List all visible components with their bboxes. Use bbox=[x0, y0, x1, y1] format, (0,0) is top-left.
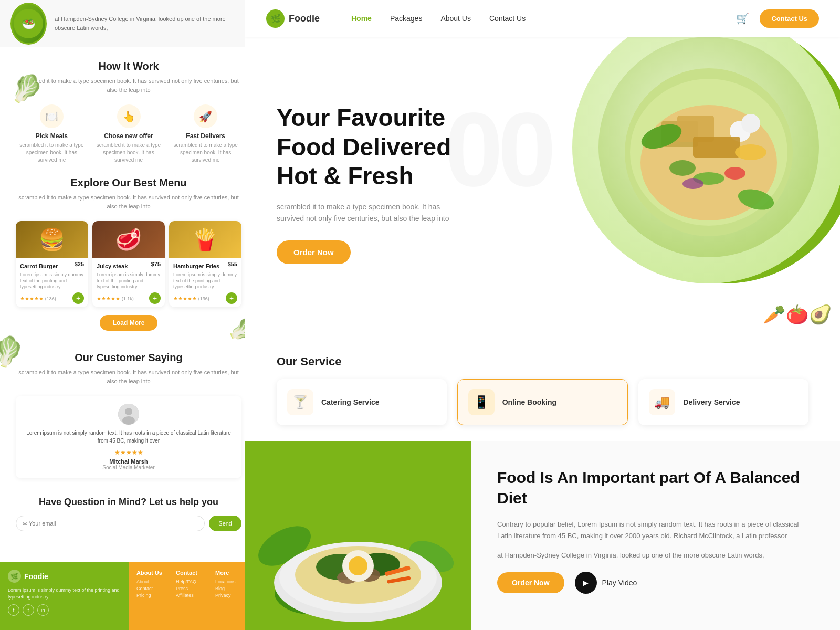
left-top-area: 🥗 at Hampden-Sydney College in Virginia,… bbox=[0, 0, 257, 47]
reviewer-role: Social Media Marketer bbox=[24, 465, 234, 470]
reviewer-avatar bbox=[118, 404, 139, 425]
menu-card-juicy-steak: 🥩 Juicy steak $75 Lorem ipsum is simply … bbox=[92, 221, 165, 307]
email-form: Send bbox=[16, 516, 242, 531]
pick-meals-icon: 🍽️ bbox=[40, 104, 64, 128]
footer-more-item-1[interactable]: Locations bbox=[215, 579, 249, 584]
footer-desc: Lorem ipsum is simply dummy text of the … bbox=[8, 587, 121, 600]
service-online-booking[interactable]: 📱 Online Booking bbox=[457, 379, 628, 425]
burger-add-button[interactable]: + bbox=[72, 292, 84, 304]
nav-link-packages[interactable]: Packages bbox=[390, 14, 422, 23]
instagram-icon[interactable]: in bbox=[37, 604, 49, 616]
services-cards: 🍸 Catering Service 📱 Online Booking 🚚 De… bbox=[277, 379, 808, 425]
footer-about-title: About Us bbox=[136, 570, 171, 576]
delivery-label: Delivery Service bbox=[683, 398, 740, 406]
facebook-icon[interactable]: f bbox=[8, 604, 19, 616]
burger-body: Carrot Burger $25 Lorem ipsum is simply … bbox=[16, 258, 88, 307]
choose-offer-icon: 👆 bbox=[117, 104, 141, 128]
service-catering[interactable]: 🍸 Catering Service bbox=[277, 379, 447, 425]
nav-link-about[interactable]: About Us bbox=[440, 14, 471, 23]
cart-icon[interactable]: 🛒 bbox=[736, 12, 749, 25]
svg-rect-12 bbox=[693, 136, 740, 158]
fries-footer: ★★★★★ (136) + bbox=[173, 292, 237, 304]
fast-delivers-desc: scrambled it to make a type specimen boo… bbox=[170, 142, 242, 164]
svg-point-11 bbox=[741, 114, 760, 133]
hero-order-button[interactable]: Order Now bbox=[277, 240, 351, 264]
svg-point-31 bbox=[349, 556, 368, 575]
nav-link-contact[interactable]: Contact Us bbox=[489, 14, 526, 23]
how-it-work-subtitle: scrambled it to make a type specimen boo… bbox=[16, 77, 242, 94]
hero-title: Your Favourite Food Delivered Hot & Fres… bbox=[277, 103, 497, 191]
svg-point-14 bbox=[724, 167, 746, 180]
bottom-right-text: Food Is An Important part Of A Balanced … bbox=[471, 441, 840, 630]
step-pick-meals: 🍽️ Pick Meals scrambled it to make a typ… bbox=[16, 104, 88, 164]
contact-section: Have Question in Mind? Let us help you S… bbox=[0, 486, 257, 542]
footer-col-about: About Us About Contact Pricing bbox=[136, 570, 171, 622]
fries-desc: Lorem ipsum is simply dummy text of the … bbox=[173, 272, 237, 290]
fries-add-button[interactable]: + bbox=[226, 292, 237, 304]
food-bowl-inner bbox=[598, 37, 819, 257]
footer-about-item-2[interactable]: Contact bbox=[136, 586, 171, 591]
floating-food-scatter: 🥕🍅🥑 bbox=[763, 304, 832, 326]
choose-offer-desc: scrambled it to make a type specimen boo… bbox=[93, 142, 165, 164]
fries-image: 🍟 bbox=[169, 221, 242, 258]
svg-text:🥗: 🥗 bbox=[22, 17, 36, 31]
hero-text: Your Favourite Food Delivered Hot & Fres… bbox=[277, 103, 497, 264]
top-text: at Hampden-Sydney College in Virginia, l… bbox=[55, 15, 247, 32]
testimonial-title: Our Customer Saying bbox=[16, 352, 242, 364]
bottom-text-2: at Hampden-Sydney College in Virginia, l… bbox=[497, 550, 814, 561]
footer-more-item-2[interactable]: Blog bbox=[215, 586, 249, 591]
navbar: 🌿 Foodie Home Packages About Us Contact … bbox=[245, 0, 840, 37]
send-button[interactable]: Send bbox=[209, 516, 242, 531]
hero-subtitle: scrambled it to make a type specimen boo… bbox=[277, 201, 460, 225]
menu-card-carrot-burger: 🍔 Carrot Burger $25 Lorem ipsum is simpl… bbox=[16, 221, 88, 307]
burger-stars: ★★★★★ (136) bbox=[20, 296, 56, 301]
nav-actions: 🛒 Contact Us bbox=[736, 9, 819, 28]
nav-logo: 🌿 Foodie bbox=[266, 9, 320, 28]
steak-add-button[interactable]: + bbox=[149, 292, 161, 304]
how-it-work-title: How It Work bbox=[16, 60, 242, 72]
hero-food-bowl bbox=[572, 37, 840, 284]
footer-contact-item-2[interactable]: Press bbox=[176, 586, 210, 591]
testimonial-section: Our Customer Saying scrambled it to make… bbox=[0, 352, 257, 486]
bottom-food-bowl bbox=[253, 452, 463, 630]
testimonial-review: Lorem ipsum is not simply random text. I… bbox=[24, 429, 234, 445]
bottom-text-1: Contrary to popular belief, Lorem Ipsum … bbox=[497, 519, 814, 542]
step-fast-delivers: 🚀 Fast Delivers scrambled it to make a t… bbox=[170, 104, 242, 164]
fries-stars: ★★★★★ (136) bbox=[173, 296, 209, 301]
services-section: Our Service 🍸 Catering Service 📱 Online … bbox=[245, 339, 840, 441]
footer-about-item-1[interactable]: About bbox=[136, 579, 171, 584]
food-thumbnail: 🥗 bbox=[10, 3, 47, 45]
hero-section: Your Favourite Food Delivered Hot & Fres… bbox=[245, 37, 840, 331]
catering-icon: 🍸 bbox=[287, 389, 313, 415]
footer-contact-item-3[interactable]: Affiliates bbox=[176, 593, 210, 598]
steak-image: 🥩 bbox=[92, 221, 165, 258]
footer-socials: f t in bbox=[8, 604, 121, 616]
burger-footer: ★★★★★ (136) + bbox=[20, 292, 84, 304]
pick-meals-label: Pick Meals bbox=[36, 132, 68, 140]
email-input[interactable] bbox=[16, 516, 205, 531]
footer-more-item-3[interactable]: Privacy bbox=[215, 593, 249, 598]
step-choose-offer: 👆 Chose new offer scrambled it to make a… bbox=[93, 104, 165, 164]
footer-about-item-3[interactable]: Pricing bbox=[136, 593, 171, 598]
load-more-button[interactable]: Load More bbox=[100, 315, 158, 331]
booking-label: Online Booking bbox=[502, 398, 556, 406]
twitter-icon[interactable]: t bbox=[23, 604, 34, 616]
fast-delivers-icon: 🚀 bbox=[194, 104, 217, 128]
burger-image: 🍔 bbox=[16, 221, 88, 258]
footer-logo-text: Foodie bbox=[24, 572, 48, 581]
explore-menu-subtitle: scrambled it to make a type specimen boo… bbox=[16, 193, 242, 211]
footer-contact-item-1[interactable]: Help/FAQ bbox=[176, 579, 210, 584]
nav-link-home[interactable]: Home bbox=[351, 14, 372, 23]
footer-more-title: More bbox=[215, 570, 249, 576]
steak-desc: Lorem ipsum is simply dummy text of the … bbox=[97, 272, 161, 290]
svg-point-3 bbox=[125, 408, 132, 415]
footer-col-more: More Locations Blog Privacy bbox=[215, 570, 249, 622]
play-button[interactable]: ▶ Play Video bbox=[575, 572, 637, 594]
services-title: Our Service bbox=[277, 355, 808, 369]
bottom-order-button[interactable]: Order Now bbox=[497, 572, 564, 593]
service-delivery[interactable]: 🚚 Delivery Service bbox=[638, 379, 808, 425]
footer-contact-title: Contact bbox=[176, 570, 210, 576]
menu-grid: 🍔 Carrot Burger $25 Lorem ipsum is simpl… bbox=[16, 221, 242, 307]
contact-us-button[interactable]: Contact Us bbox=[760, 9, 819, 28]
svg-point-4 bbox=[122, 416, 135, 425]
